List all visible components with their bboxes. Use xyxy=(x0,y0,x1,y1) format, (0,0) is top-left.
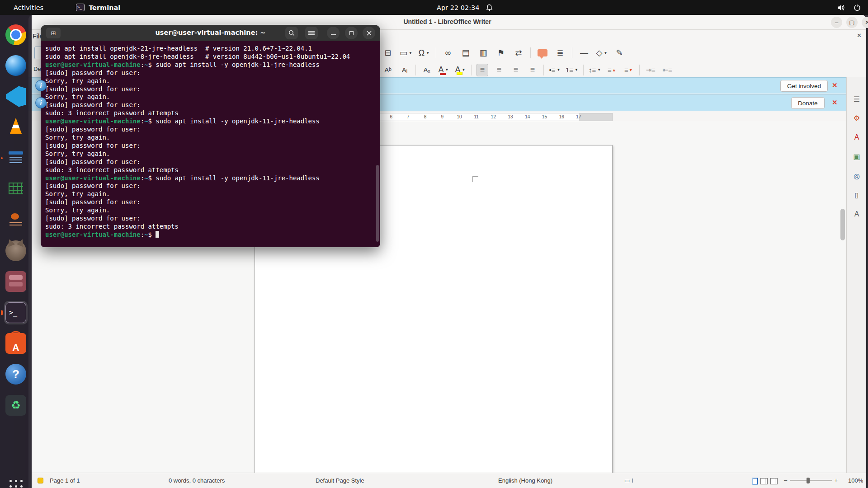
multi-page-view-icon[interactable] xyxy=(760,478,765,484)
dock-item-help[interactable]: ? xyxy=(4,362,28,386)
gallery-deck-icon[interactable]: ▣ xyxy=(847,150,867,164)
terminal-close-button[interactable] xyxy=(363,27,375,39)
sidebar-settings-icon[interactable]: ☰ xyxy=(847,92,867,106)
dock-item-libreoffice-impress[interactable] xyxy=(4,208,28,232)
unordered-list-button[interactable]: •≡▼ xyxy=(549,64,561,76)
dock-item-utility-app[interactable]: ♻ xyxy=(4,394,28,417)
donate-button[interactable]: Donate xyxy=(791,97,825,109)
donate-info-icon: i xyxy=(35,97,47,108)
paragraph-style-combobox[interactable]: De xyxy=(33,66,41,72)
terminal-maximize-button[interactable] xyxy=(345,27,358,39)
navigator-deck-icon[interactable]: ◎ xyxy=(847,169,867,183)
terminal-minimize-button[interactable] xyxy=(327,27,340,39)
statusbar-page-style[interactable]: Default Page Style xyxy=(316,477,364,484)
dropdown-arrow-icon[interactable]: ▼ xyxy=(575,68,578,72)
libreoffice-statusbar: Page 1 of 1 0 words, 0 characters Defaul… xyxy=(28,473,866,488)
zoom-slider[interactable] xyxy=(790,480,832,481)
dock-item-vscode[interactable] xyxy=(4,85,28,108)
book-view-icon[interactable] xyxy=(770,478,775,484)
dock-item-libreoffice-calc[interactable] xyxy=(4,178,28,201)
dropdown-arrow-icon[interactable]: ▼ xyxy=(597,68,601,72)
ruler-number: 11 xyxy=(474,114,478,119)
insert-bookmark-button[interactable]: ⚑ xyxy=(495,47,507,59)
dropdown-arrow-icon[interactable]: ▼ xyxy=(604,51,607,55)
close-getinvolved-infobar-icon[interactable]: ✕ xyxy=(832,81,838,89)
statusbar-word-count[interactable]: 0 words, 0 characters xyxy=(169,477,225,484)
insert-comment-button[interactable] xyxy=(537,47,548,59)
dropdown-arrow-icon[interactable]: ▼ xyxy=(557,68,561,72)
terminal-titlebar[interactable]: ⊞ user@user-virtual-machine: ~ xyxy=(41,25,380,41)
libreoffice-minimize-button[interactable]: – xyxy=(831,17,842,28)
terminal-search-button[interactable] xyxy=(285,27,298,39)
show-applications-button[interactable] xyxy=(8,478,24,488)
insert-page-break-button[interactable]: ⊟ xyxy=(382,47,394,59)
terminal-output[interactable]: sudo apt install openjdk-21-jre-headless… xyxy=(41,41,380,247)
track-changes-button[interactable]: ≣ xyxy=(554,47,566,59)
terminal-scrollbar[interactable] xyxy=(376,165,379,242)
dock-item-terminal[interactable]: >_ xyxy=(4,301,28,324)
terminal-line: sudo: 3 incorrect password attempts xyxy=(45,109,376,117)
align-right-button[interactable]: ≡ xyxy=(510,64,522,76)
dock-item-vlc[interactable] xyxy=(4,116,28,139)
increase-paragraph-spacing-button[interactable]: ≡▲ xyxy=(606,64,618,76)
increase-indent-button[interactable]: ⇥≡ xyxy=(645,64,656,76)
top-bar: Activities >_ Terminal Apr 22 02:34 xyxy=(0,0,868,15)
dropdown-arrow-icon[interactable]: ▼ xyxy=(409,51,412,55)
dock-item-ubuntu-software[interactable]: A xyxy=(4,332,28,355)
justified-button[interactable]: ≡ xyxy=(527,64,538,76)
insert-footnote-button[interactable]: ▤ xyxy=(460,47,472,59)
libreoffice-maximize-button[interactable]: ▢ xyxy=(846,17,858,28)
document-scrollbar[interactable] xyxy=(840,209,845,240)
decrease-paragraph-spacing-button[interactable]: ≡▼ xyxy=(623,64,634,76)
insert-text-box-button[interactable]: ▭▼ xyxy=(400,47,412,59)
align-center-button[interactable]: ≡ xyxy=(493,64,505,76)
decrease-indent-button[interactable]: ⇤≡ xyxy=(661,64,673,76)
libreoffice-close-button[interactable]: ✕ xyxy=(862,17,868,28)
activities-button[interactable]: Activities xyxy=(9,3,48,12)
properties-deck-icon[interactable]: ⚙ xyxy=(847,112,867,125)
horizontal-line-button[interactable]: — xyxy=(578,47,590,59)
page-deck-icon[interactable]: ▯ xyxy=(847,188,867,202)
dropdown-arrow-icon[interactable]: ▼ xyxy=(426,51,429,55)
system-status-area[interactable] xyxy=(837,0,868,15)
clock-menu[interactable]: Apr 22 02:34 xyxy=(437,0,493,15)
gimp-icon xyxy=(5,240,26,261)
focused-app-menu[interactable]: >_ Terminal xyxy=(76,4,120,11)
close-donate-infobar-icon[interactable]: ✕ xyxy=(832,99,838,107)
insert-endnote-button[interactable]: ▥ xyxy=(477,47,489,59)
ordered-list-button[interactable]: 1≡▼ xyxy=(566,64,578,76)
statusbar-selection-mode-icon[interactable]: ▭ Ι xyxy=(624,477,633,484)
dock-item-chrome[interactable] xyxy=(4,23,28,47)
insert-cross-reference-button[interactable]: ⇄ xyxy=(513,47,524,59)
document-save-state-icon[interactable] xyxy=(38,478,43,483)
dock-item-gimp[interactable] xyxy=(4,239,28,263)
clear-direct-formatting-button[interactable]: Aₓ xyxy=(421,64,433,76)
dock-item-files[interactable] xyxy=(4,270,28,293)
line-spacing-button[interactable]: ↕≡▼ xyxy=(589,64,601,76)
styles-deck-icon[interactable]: A xyxy=(847,131,867,144)
subscript-button[interactable]: Aᵢ xyxy=(399,64,410,76)
freeform-line-button[interactable]: ✎ xyxy=(613,47,625,59)
font-color-button[interactable]: A▼ xyxy=(438,64,449,76)
insert-hyperlink-button[interactable]: ∞ xyxy=(442,47,454,59)
view-layout-buttons[interactable] xyxy=(753,477,780,484)
dock-item-libreoffice-writer[interactable] xyxy=(4,146,28,170)
dropdown-arrow-icon[interactable]: ▼ xyxy=(462,68,466,72)
terminal-line: user@user-virtual-machine:~$ sudo apt in… xyxy=(45,61,376,69)
zoom-slider-thumb[interactable] xyxy=(807,478,810,483)
superscript-button[interactable]: Aᵇ xyxy=(382,64,394,76)
basic-shapes-button[interactable]: ◇▼ xyxy=(596,47,608,59)
get-involved-button[interactable]: Get involved xyxy=(780,80,828,92)
dropdown-arrow-icon[interactable]: ▼ xyxy=(445,68,449,72)
dock-item-browser-sphere[interactable] xyxy=(4,54,28,77)
statusbar-language[interactable]: English (Hong Kong) xyxy=(498,477,552,484)
close-document-icon[interactable]: ✕ xyxy=(857,32,862,39)
terminal-menu-button[interactable] xyxy=(305,27,318,39)
highlight-color-button[interactable]: A▼ xyxy=(454,64,466,76)
style-inspector-deck-icon[interactable]: A xyxy=(847,207,867,221)
align-left-button[interactable]: ≡ xyxy=(476,64,488,76)
statusbar-zoom-value[interactable]: 100% xyxy=(848,477,863,484)
statusbar-page-info[interactable]: Page 1 of 1 xyxy=(50,477,80,484)
insert-special-character-button[interactable]: Ω▼ xyxy=(418,47,430,59)
single-page-view-icon[interactable] xyxy=(753,478,758,484)
